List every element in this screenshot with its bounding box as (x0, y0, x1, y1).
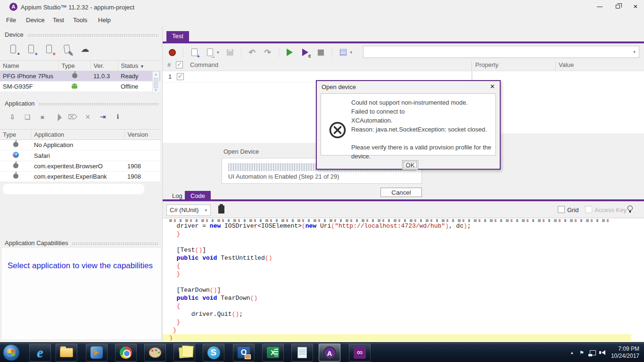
row-number: 1 (168, 73, 172, 80)
section-divider (27, 33, 158, 36)
add-device-button[interactable]: + (25, 43, 37, 55)
menu-device[interactable]: Device (26, 16, 45, 24)
app-row-no-application[interactable]: No Application (0, 140, 160, 150)
dialog-close-button[interactable]: ✕ (490, 83, 495, 90)
capabilities-section-title: Application Capabilities (5, 239, 68, 247)
tray-expand-icon[interactable]: ▲ (570, 351, 574, 355)
open-device-label: Open Device (223, 148, 259, 155)
record-button[interactable] (167, 48, 177, 57)
device-row-sm-g935f[interactable]: SM-G935F Offline (0, 82, 160, 92)
install-app-button[interactable]: ⇩ (8, 112, 17, 122)
device-table: Name Type Ver. Status ▼ PFG iPhone 7Plus… (0, 60, 160, 92)
menu-file[interactable]: File (6, 16, 16, 24)
clock-time: 7:09 PM (611, 346, 639, 353)
redo-button[interactable]: ↷ (263, 48, 272, 57)
view-list-dropdown[interactable]: ▾ (350, 50, 353, 55)
code-editor[interactable]: driver = new IOSDriver<IOSElement>(new U… (163, 218, 644, 341)
clean-app-button[interactable]: ◢ (51, 110, 64, 123)
device-row-pfg-iphone[interactable]: PFG iPhone 7Plus 11.0.3 Ready (0, 71, 160, 82)
command-search-combobox[interactable]: ▾ (363, 46, 639, 58)
volume-icon[interactable] (602, 350, 605, 355)
taskbar-appium-studio[interactable]: A (319, 344, 340, 362)
tab-test[interactable]: Test (166, 31, 189, 41)
run-test-button[interactable] (285, 48, 295, 57)
start-button[interactable] (3, 344, 20, 361)
code-line: [TearDown()] (163, 286, 631, 294)
taskbar-skype[interactable]: S (203, 344, 224, 362)
cancel-button[interactable]: Cancel (380, 188, 422, 197)
kill-app-button[interactable]: ■ (38, 112, 47, 122)
reboot-device-button[interactable]: ● (8, 43, 19, 55)
app-col-application[interactable]: Application (31, 130, 124, 140)
app-row-experibank[interactable]: com.experitest.ExperiBank1908 (0, 172, 160, 182)
taskbar-paint[interactable] (144, 344, 166, 362)
remove-device-button[interactable]: × (43, 43, 55, 55)
app-row-safari[interactable]: Safari (0, 150, 160, 161)
device-table-scrollbar[interactable]: ▲▼ (152, 71, 159, 94)
taskbar-media-player[interactable] (86, 344, 107, 362)
menu-help[interactable]: Help (98, 16, 111, 24)
grid-label: Grid (567, 206, 579, 214)
chevron-down-icon: ▾ (205, 205, 207, 215)
close-app-button[interactable]: ✕ (83, 112, 92, 122)
app-view-button[interactable]: ❏ (23, 112, 32, 122)
lightbulb-icon[interactable] (627, 206, 633, 211)
tab-underline (163, 199, 644, 201)
copy-code-button[interactable] (218, 206, 224, 214)
save-test-button[interactable] (225, 48, 235, 57)
page-icon (191, 49, 198, 56)
open-test-dropdown[interactable]: ▾ (217, 50, 219, 55)
app-col-version[interactable]: Version (124, 130, 160, 140)
paint-icon (149, 347, 161, 358)
ok-button[interactable]: OK (402, 160, 418, 170)
launch-app-button[interactable]: ⇥ (98, 112, 107, 122)
stop-run-button[interactable] (316, 48, 326, 57)
run-selected-button[interactable]: c (301, 48, 310, 57)
network-icon[interactable] (590, 350, 596, 355)
taskbar-explorer[interactable] (56, 344, 77, 362)
apple-icon (13, 142, 18, 147)
action-center-flag-icon[interactable]: ⚑ (579, 350, 584, 356)
app-row-browsero[interactable]: com.experitest.BrowserO1908 (0, 161, 160, 172)
access-key-checkbox[interactable] (585, 206, 592, 213)
minimize-button[interactable]: — (596, 3, 603, 10)
cloud-device-button[interactable]: ☁ (79, 43, 91, 55)
device-col-status[interactable]: Status ▼ (118, 61, 160, 71)
menu-tools[interactable]: Tools (73, 16, 87, 24)
new-test-button[interactable]: + (190, 48, 199, 57)
device-col-ver[interactable]: Ver. (91, 61, 118, 71)
view-list-button[interactable] (339, 48, 348, 57)
toolbar-separator (183, 47, 183, 58)
taskbar-ie[interactable]: e (29, 344, 51, 362)
restore-button[interactable] (614, 3, 621, 10)
taskbar-notepad[interactable] (291, 344, 313, 362)
taskbar-outlook[interactable]: O (233, 344, 255, 362)
taskbar-visual-studio[interactable]: ∞ (349, 344, 371, 362)
tray-clock[interactable]: 7:09 PM 10/24/2017 (611, 346, 639, 360)
taskbar-sticky-notes[interactable] (173, 344, 195, 362)
apple-icon (72, 73, 77, 78)
language-select[interactable]: C# (NUnit)▾ (166, 205, 211, 216)
device-col-name[interactable]: Name (0, 61, 58, 71)
open-device-dialog: Open device ✕ Could not support non-inst… (316, 80, 501, 170)
sticky-notes-icon (179, 347, 190, 358)
edit-device-button[interactable]: ✎ (61, 43, 73, 55)
device-toolbar: ● + × ✎ ☁ (8, 43, 91, 55)
close-button[interactable]: ✕ (632, 3, 639, 10)
select-all-checkbox[interactable] (176, 61, 183, 68)
uninstall-app-button[interactable]: ⌦ (68, 112, 77, 122)
row-checkbox[interactable] (177, 73, 184, 80)
device-col-type[interactable]: Type (58, 61, 91, 71)
grid-checkbox[interactable] (558, 206, 565, 213)
taskbar: e S O X A ∞ ▲ ⚑ 7:09 PM 10/24/2017 (0, 342, 644, 362)
app-col-type[interactable]: Type (0, 130, 31, 140)
plus-badge-icon: + (35, 51, 38, 56)
taskbar-excel[interactable]: X (262, 344, 284, 362)
menu-test[interactable]: Test (53, 16, 64, 24)
app-info-button[interactable]: i (113, 112, 123, 122)
toolbar-separator (241, 47, 241, 58)
code-line: driver = new IOSDriver<IOSElement>(new U… (163, 222, 631, 230)
taskbar-chrome[interactable] (115, 344, 137, 362)
undo-button[interactable]: ↶ (248, 48, 257, 57)
open-test-button[interactable]: → (205, 48, 215, 57)
